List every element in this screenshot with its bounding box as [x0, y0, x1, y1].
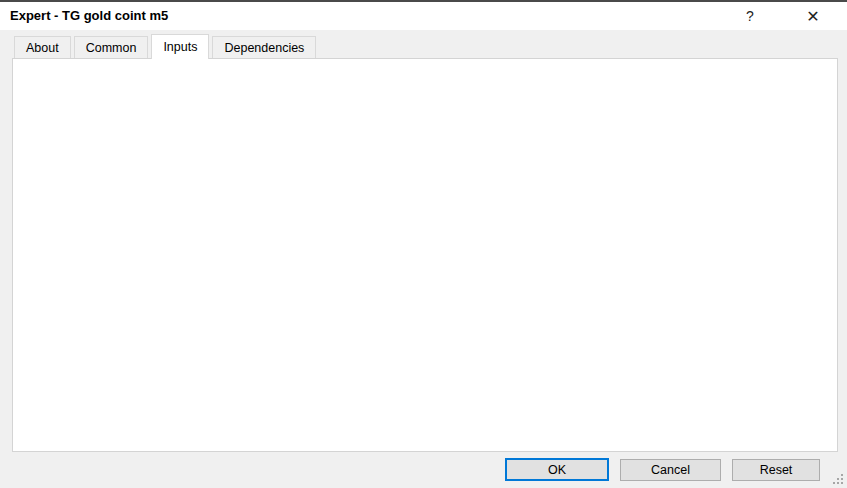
inputs-tab-page — [12, 58, 838, 452]
tab-about[interactable]: About — [14, 36, 71, 58]
reset-button[interactable]: Reset — [732, 459, 820, 481]
close-icon[interactable]: ✕ — [798, 2, 828, 30]
resize-grip-icon[interactable] — [832, 473, 844, 485]
tab-inputs[interactable]: Inputs — [151, 34, 209, 59]
title-bar[interactable]: Expert - TG gold coint m5 ? ✕ — [0, 2, 847, 30]
cancel-button[interactable]: Cancel — [620, 459, 721, 481]
help-button[interactable]: ? — [735, 2, 765, 30]
window-title: Expert - TG gold coint m5 — [10, 2, 168, 30]
tab-common[interactable]: Common — [74, 36, 149, 58]
tab-dependencies[interactable]: Dependencies — [212, 36, 316, 58]
tab-strip: About Common Inputs Dependencies — [14, 36, 316, 58]
ok-button[interactable]: OK — [505, 458, 609, 481]
